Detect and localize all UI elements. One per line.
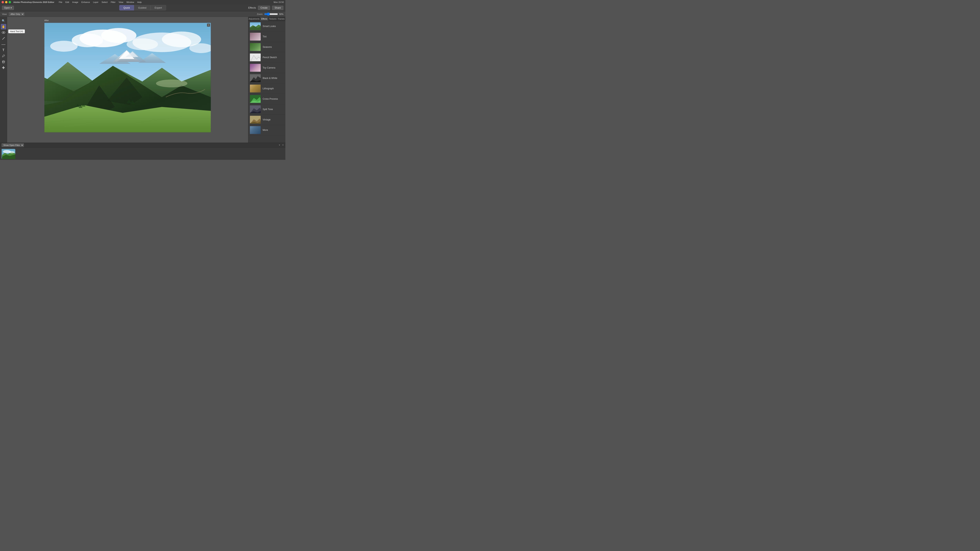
effect-vintage[interactable]: Vintage bbox=[248, 114, 285, 125]
tab-guided[interactable]: Guided bbox=[134, 5, 151, 10]
svg-point-31 bbox=[156, 79, 188, 87]
effect-seasons[interactable]: Seasons bbox=[248, 42, 285, 52]
enhance-tool[interactable] bbox=[1, 36, 6, 41]
show-open-select[interactable]: Show Open Files bbox=[2, 143, 24, 147]
crop-tool[interactable] bbox=[1, 59, 6, 65]
effect-name-pencil-sketch: Pencil Sketch bbox=[262, 56, 277, 59]
strip-toolbar: Show Open Files ▾ ✕ bbox=[0, 143, 285, 148]
menu-layer[interactable]: Layer bbox=[92, 1, 100, 3]
view-label: View: bbox=[2, 13, 7, 15]
brush-tool[interactable]: — bbox=[1, 41, 6, 47]
top-right-actions: Effects Create Share bbox=[248, 6, 283, 10]
strip-content bbox=[0, 148, 285, 160]
text-tool[interactable]: T bbox=[1, 48, 6, 53]
share-button[interactable]: Share bbox=[272, 6, 283, 10]
chevron-down-icon: ▾ bbox=[11, 6, 12, 9]
effect-thumb-more bbox=[250, 126, 261, 134]
menubar: Adobe Photoshop Elements 2020 Editor Fil… bbox=[0, 0, 285, 4]
tab-adjustments[interactable]: Adjustments bbox=[248, 17, 260, 21]
effect-thumb-split-tone bbox=[250, 105, 261, 113]
tab-expert[interactable]: Expert bbox=[151, 5, 166, 10]
zoom-tool[interactable]: 🔍 bbox=[1, 18, 6, 24]
menubar-right: Mon 15:50 bbox=[274, 1, 284, 3]
mode-tabs: Quick Guided Expert bbox=[119, 5, 166, 10]
effect-name-smart-looks: Smart Looks bbox=[262, 25, 276, 28]
effect-cross-process[interactable]: Cross Process bbox=[248, 94, 285, 104]
canvas-area: After bbox=[7, 17, 248, 143]
effect-thumb-smart-looks bbox=[250, 22, 261, 30]
create-button[interactable]: Create bbox=[258, 6, 270, 10]
app-title: Adobe Photoshop Elements 2020 Editor bbox=[13, 1, 54, 3]
effect-name-cross-process: Cross Process bbox=[262, 98, 278, 100]
svg-line-2 bbox=[2, 37, 5, 40]
strip-collapse-btn[interactable]: ▾ bbox=[279, 144, 280, 146]
left-toolbar: 🔍 ✋ Hand Tool (H) — T bbox=[0, 17, 7, 143]
svg-rect-4 bbox=[3, 61, 5, 63]
options-bar: View: After Only Zoom: 50% bbox=[0, 11, 285, 17]
tab-quick[interactable]: Quick bbox=[119, 5, 134, 10]
effect-black-white[interactable]: Black & White bbox=[248, 73, 285, 83]
menu-edit[interactable]: Edit bbox=[64, 1, 70, 3]
svg-point-61 bbox=[9, 151, 15, 153]
open-button[interactable]: Open ▾ bbox=[2, 6, 14, 10]
effect-thumb-lithograph bbox=[250, 85, 261, 92]
menu-filter[interactable]: Filter bbox=[109, 1, 117, 3]
window-controls[interactable] bbox=[2, 1, 11, 3]
tab-frames[interactable]: Frames bbox=[277, 17, 285, 21]
effect-pencil-sketch[interactable]: Pencil Sketch bbox=[248, 52, 285, 63]
effect-name-toy-camera: Toy Camera bbox=[262, 67, 275, 69]
menu-help[interactable]: Help bbox=[136, 1, 143, 3]
strip-thumbnail[interactable] bbox=[2, 149, 15, 159]
effect-thumb-cross-process bbox=[250, 95, 261, 103]
svg-point-13 bbox=[127, 38, 158, 50]
effect-smart-looks[interactable]: Smart Looks bbox=[248, 21, 285, 32]
effect-name-seasons: Seasons bbox=[262, 46, 272, 48]
after-label: After bbox=[44, 19, 49, 22]
effect-name-vintage: Vintage bbox=[262, 118, 270, 121]
main-canvas-image bbox=[44, 23, 211, 132]
minimize-window-btn[interactable] bbox=[5, 1, 8, 3]
effect-thumb-seasons bbox=[250, 43, 261, 51]
main-layout: 🔍 ✋ Hand Tool (H) — T bbox=[0, 17, 285, 143]
menu-select[interactable]: Select bbox=[100, 1, 109, 3]
view-select[interactable]: After Only bbox=[9, 12, 24, 16]
menu-enhance[interactable]: Enhance bbox=[80, 1, 91, 3]
clock: Mon 15:50 bbox=[274, 1, 284, 3]
bottom-strip: Show Open Files ▾ ✕ bbox=[0, 143, 285, 160]
effect-thumb-pencil-sketch bbox=[250, 54, 261, 61]
menu-window[interactable]: Window bbox=[125, 1, 135, 3]
menu-view[interactable]: View bbox=[117, 1, 125, 3]
svg-line-3 bbox=[2, 57, 3, 57]
right-panel: Adjustments Effects Textures Frames Smar… bbox=[248, 17, 285, 143]
strip-close-btn[interactable]: ✕ bbox=[282, 144, 284, 146]
close-window-btn[interactable] bbox=[2, 1, 4, 3]
canvas-container: After bbox=[44, 23, 211, 133]
svg-point-1 bbox=[3, 32, 4, 33]
effect-tint[interactable]: Tint bbox=[248, 32, 285, 42]
effect-name-lithograph: Lithograph bbox=[262, 87, 274, 90]
effect-thumb-black-white bbox=[250, 74, 261, 82]
eyedropper-tool[interactable] bbox=[1, 53, 6, 59]
effect-lithograph[interactable]: Lithograph bbox=[248, 83, 285, 94]
menu-image[interactable]: Image bbox=[71, 1, 80, 3]
effect-split-tone[interactable]: Split Tone bbox=[248, 104, 285, 114]
tab-effects[interactable]: Effects bbox=[260, 17, 269, 21]
zoom-slider[interactable] bbox=[264, 13, 278, 16]
effect-toy-camera[interactable]: Toy Camera bbox=[248, 63, 285, 73]
zoom-area: Zoom: 50% bbox=[257, 13, 283, 16]
menu-file[interactable]: File bbox=[57, 1, 64, 3]
effect-name-tint: Tint bbox=[262, 35, 267, 38]
zoom-value: 50% bbox=[279, 13, 283, 15]
close-canvas-button[interactable]: × bbox=[207, 24, 210, 27]
effect-thumb-tint bbox=[250, 33, 261, 41]
svg-point-14 bbox=[50, 41, 78, 52]
effect-name-black-white: Black & White bbox=[262, 77, 277, 79]
effect-thumb-toy-camera bbox=[250, 64, 261, 72]
effect-more[interactable]: More bbox=[248, 125, 285, 135]
move-tool[interactable]: ✚ bbox=[1, 65, 6, 70]
eye-tool[interactable] bbox=[1, 30, 6, 35]
tab-textures[interactable]: Textures bbox=[269, 17, 277, 21]
hand-tool[interactable]: ✋ Hand Tool (H) bbox=[1, 24, 6, 29]
maximize-window-btn[interactable] bbox=[9, 1, 11, 3]
effect-name-more: More bbox=[262, 129, 268, 132]
